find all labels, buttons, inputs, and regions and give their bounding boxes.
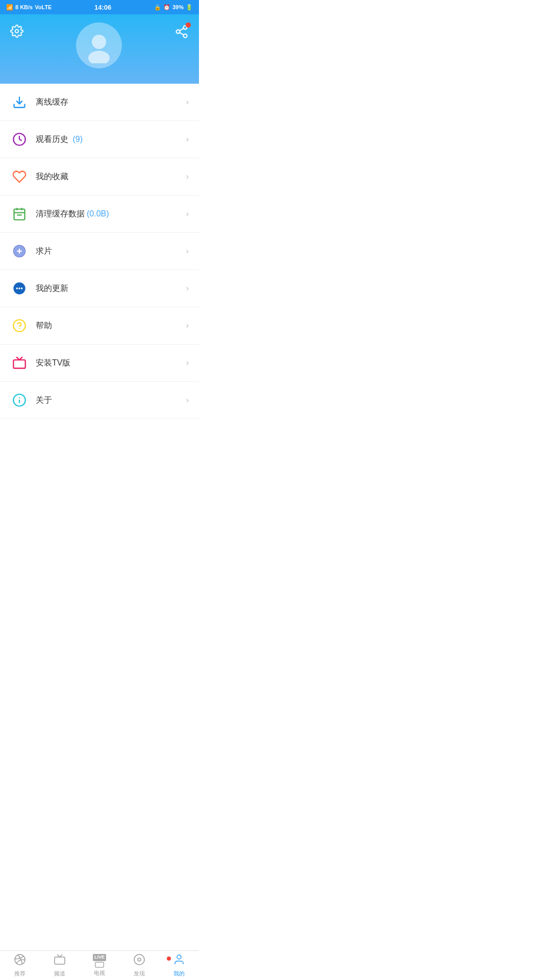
svg-point-2 [88, 51, 110, 64]
offline-label: 离线缓存 [36, 97, 186, 108]
battery-icon: 🔋 [186, 4, 193, 11]
help-icon [10, 316, 29, 335]
menu-item-favorites[interactable]: 我的收藏 › [0, 158, 199, 195]
lock-icon: 🔒 [154, 4, 161, 11]
share-button[interactable] [174, 24, 189, 41]
help-label: 帮助 [36, 321, 186, 331]
share-notification-dot [186, 22, 191, 28]
tv-icon [10, 354, 29, 372]
calendar-icon [10, 205, 29, 223]
svg-rect-10 [14, 209, 25, 220]
history-badge: (9) [72, 135, 83, 143]
settings-button[interactable] [10, 24, 23, 41]
svg-point-1 [92, 35, 106, 49]
chevron-icon: › [186, 97, 189, 107]
updates-label: 我的更新 [36, 283, 186, 294]
updates-icon [10, 279, 29, 298]
user-profile-center [23, 22, 174, 68]
clearcache-label: 清理缓存数据(0.0B) [36, 209, 186, 219]
chevron-icon: › [186, 321, 189, 330]
chevron-icon: › [186, 396, 189, 405]
history-label: 观看历史 (9) [36, 134, 186, 145]
svg-point-0 [15, 30, 19, 33]
avatar[interactable] [76, 22, 122, 68]
menu-content: 离线缓存 › 观看历史 (9) › 我的收藏 › [0, 84, 199, 449]
svg-rect-24 [13, 360, 25, 368]
svg-point-21 [21, 287, 23, 289]
svg-point-5 [184, 34, 187, 38]
chevron-icon: › [186, 284, 189, 293]
volte-text: VoLTE [35, 4, 52, 10]
status-time: 14:06 [94, 4, 111, 11]
chevron-icon: › [186, 209, 189, 218]
profile-header [0, 14, 199, 84]
menu-list: 离线缓存 › 观看历史 (9) › 我的收藏 › [0, 84, 199, 419]
menu-item-history[interactable]: 观看历史 (9) › [0, 121, 199, 158]
chevron-icon: › [186, 358, 189, 368]
svg-line-7 [180, 29, 184, 31]
status-left: 📶 8 KB/s VoLTE [6, 4, 52, 11]
alarm-icon: ⏰ [163, 4, 170, 11]
signal-icon: 📶 [6, 4, 13, 11]
request-label: 求片 [36, 246, 186, 257]
svg-point-20 [18, 287, 20, 289]
menu-item-request[interactable]: 求片 › [0, 233, 199, 270]
about-label: 关于 [36, 395, 186, 406]
favorites-label: 我的收藏 [36, 172, 186, 182]
battery-text: 39% [172, 4, 184, 10]
chevron-icon: › [186, 135, 189, 144]
request-icon [10, 242, 29, 260]
status-right: 🔒 ⏰ 39% 🔋 [154, 4, 193, 11]
svg-point-4 [177, 30, 180, 34]
svg-point-19 [16, 287, 18, 289]
menu-item-installtv[interactable]: 安装TV版 › [0, 345, 199, 382]
speed-text: 8 KB/s [15, 4, 33, 10]
menu-item-updates[interactable]: 我的更新 › [0, 270, 199, 307]
chevron-icon: › [186, 172, 189, 181]
heart-icon [10, 167, 29, 186]
installtv-label: 安装TV版 [36, 358, 186, 369]
cache-size-badge: (0.0B) [87, 209, 109, 218]
download-icon [10, 93, 29, 111]
menu-item-offline[interactable]: 离线缓存 › [0, 84, 199, 121]
history-icon [10, 130, 29, 149]
about-icon [10, 391, 29, 409]
menu-item-clearcache[interactable]: 清理缓存数据(0.0B) › [0, 195, 199, 233]
menu-item-help[interactable]: 帮助 › [0, 307, 199, 345]
svg-line-6 [180, 33, 184, 35]
status-bar: 📶 8 KB/s VoLTE 14:06 🔒 ⏰ 39% 🔋 [0, 0, 199, 14]
menu-item-about[interactable]: 关于 › [0, 382, 199, 419]
chevron-icon: › [186, 247, 189, 256]
